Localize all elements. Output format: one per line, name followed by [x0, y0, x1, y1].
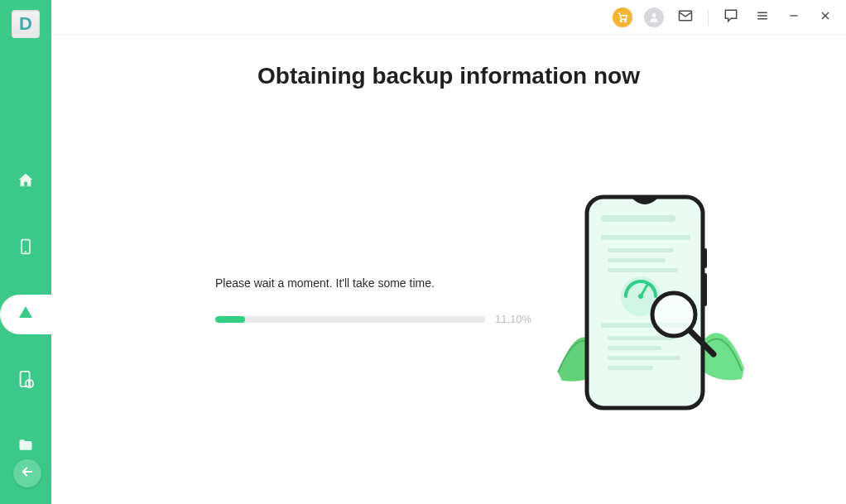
user-icon: [644, 7, 664, 27]
svg-rect-18: [704, 273, 707, 306]
mail-icon: [677, 7, 694, 27]
minimize-button[interactable]: [780, 3, 808, 31]
svg-point-8: [652, 13, 656, 17]
app-logo-letter: D: [19, 13, 32, 35]
user-button[interactable]: [640, 3, 668, 31]
menu-button[interactable]: [748, 3, 776, 31]
svg-rect-25: [608, 336, 674, 340]
progress-bar: [215, 316, 485, 323]
sidebar-item-cloud[interactable]: [0, 295, 51, 334]
chat-icon: [723, 7, 739, 27]
sidebar-nav: !: [0, 162, 51, 467]
svg-rect-22: [608, 258, 666, 262]
svg-text:!: !: [28, 380, 30, 387]
svg-point-7: [625, 20, 627, 22]
progress-bar-fill: [215, 316, 245, 323]
progress-message: Please wait a moment. It'll take some ti…: [215, 276, 534, 290]
page-title: Obtaining backup information now: [51, 63, 846, 89]
cloud-icon: [16, 303, 36, 326]
svg-point-31: [638, 294, 643, 299]
sidebar-item-device-alert[interactable]: !: [0, 361, 51, 401]
progress-row: 11.10%: [215, 313, 534, 325]
close-button[interactable]: [811, 3, 839, 31]
svg-rect-23: [608, 268, 678, 272]
sidebar-item-home[interactable]: [0, 162, 51, 202]
cart-icon: [613, 7, 632, 27]
close-icon: [819, 9, 832, 26]
titlebar: [51, 0, 846, 35]
svg-rect-19: [601, 215, 675, 222]
menu-icon: [755, 8, 770, 26]
phone-icon: [17, 237, 34, 260]
home-icon: [17, 171, 35, 193]
svg-rect-26: [608, 346, 661, 350]
svg-rect-27: [608, 356, 680, 360]
cart-button[interactable]: [608, 3, 637, 31]
sidebar: D !: [0, 0, 51, 504]
svg-rect-17: [704, 248, 707, 268]
sidebar-item-phone[interactable]: [0, 228, 51, 268]
titlebar-separator: [708, 9, 709, 26]
progress-percent-label: 11.10%: [495, 313, 531, 325]
svg-rect-28: [608, 366, 653, 370]
svg-rect-20: [601, 235, 690, 240]
back-button[interactable]: [13, 459, 41, 487]
illustration: [550, 190, 757, 422]
feedback-button[interactable]: [717, 3, 745, 31]
svg-point-6: [620, 20, 622, 22]
progress-area: Please wait a moment. It'll take some ti…: [215, 276, 534, 325]
svg-rect-21: [608, 248, 674, 252]
minimize-icon: [787, 9, 800, 26]
mail-button[interactable]: [671, 3, 699, 31]
main-panel: Obtaining backup information now Please …: [51, 0, 846, 504]
arrow-left-icon: [20, 464, 35, 482]
app-logo: D: [12, 10, 40, 38]
folder-icon: [17, 437, 35, 457]
content: Obtaining backup information now Please …: [51, 35, 846, 504]
device-alert-icon: !: [17, 369, 35, 392]
